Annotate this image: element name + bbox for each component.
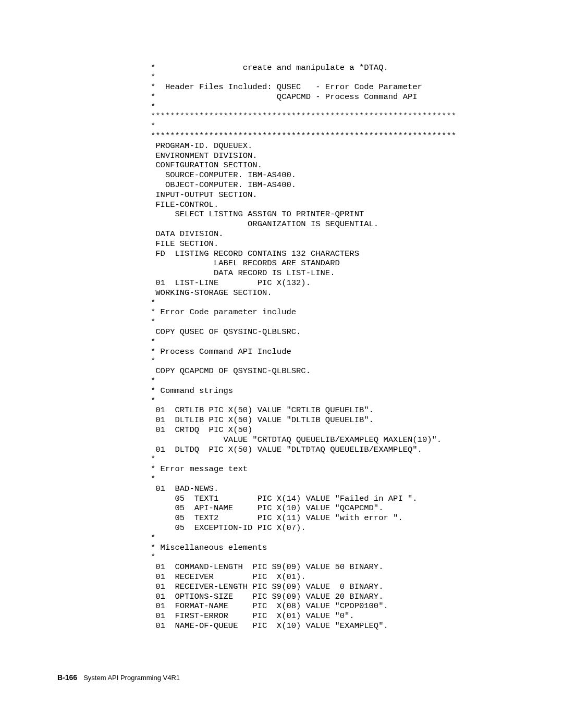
page-number: B-166 <box>57 673 77 682</box>
footer-title: System API Programming V4R1 <box>83 674 180 682</box>
code-block: * create and manipulate a *DTAQ. * * Hea… <box>151 63 516 631</box>
page-footer: B-166System API Programming V4R1 <box>57 673 180 682</box>
